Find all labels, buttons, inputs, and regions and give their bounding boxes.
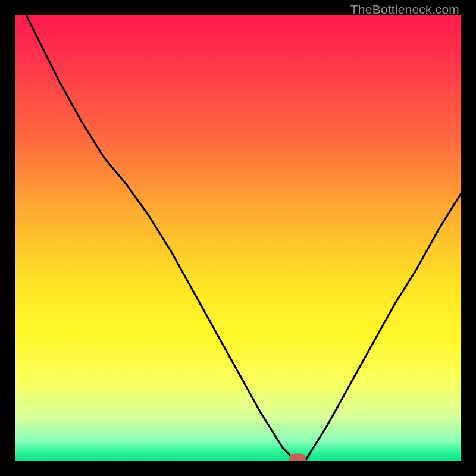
outer-frame: TheBottleneck.com bbox=[0, 0, 476, 476]
plot-area bbox=[15, 15, 461, 461]
minimum-marker bbox=[289, 454, 306, 461]
watermark-text: TheBottleneck.com bbox=[350, 2, 459, 17]
bottleneck-curve bbox=[15, 15, 461, 461]
